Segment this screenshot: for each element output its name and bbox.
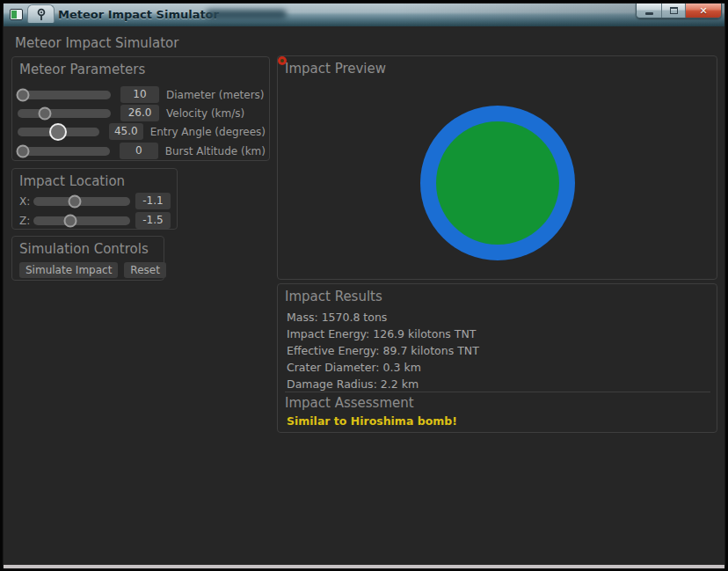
maximize-icon	[670, 7, 678, 14]
velocity-slider[interactable]	[18, 109, 111, 118]
results-divider	[285, 392, 710, 392]
window-controls: ✕	[636, 4, 722, 18]
titlebar[interactable]: Meteor Impact Simulator ✕	[4, 4, 724, 26]
entry-angle-slider-row: 45.0 Entry Angle (degrees)	[18, 123, 266, 140]
velocity-slider-handle[interactable]	[38, 106, 51, 120]
x-slider-row: X: -1.1	[19, 193, 173, 209]
x-slider[interactable]	[33, 197, 130, 206]
diameter-value: 10	[120, 86, 159, 103]
window-title: Meteor Impact Simulator	[58, 8, 219, 21]
redacted-text	[206, 10, 287, 19]
controls-button-row: Simulate Impact Reset	[19, 262, 166, 278]
effective-energy-result: Effective Energy: 89.7 kilotons TNT	[287, 342, 479, 359]
entry-angle-slider[interactable]	[18, 128, 99, 136]
simulation-controls-title: Simulation Controls	[19, 241, 149, 257]
entry-angle-slider-handle[interactable]	[49, 123, 67, 141]
burst-altitude-slider[interactable]	[18, 147, 110, 156]
damage-radius-result: Damage Radius: 2.2 km	[287, 376, 479, 392]
burst-altitude-slider-handle[interactable]	[17, 144, 30, 157]
minimize-button[interactable]	[637, 4, 662, 18]
app-window: Meteor Impact Simulator ✕ Meteor Impact …	[4, 4, 724, 568]
close-button[interactable]: ✕	[686, 4, 721, 18]
velocity-slider-row: 26.0 Velocity (km/s)	[18, 105, 266, 121]
land-circle	[436, 121, 559, 245]
entry-angle-label: Entry Angle (degrees)	[150, 126, 266, 138]
diameter-slider-row: 10 Diameter (meters)	[18, 86, 266, 103]
z-slider-row: Z: -1.5	[19, 212, 173, 229]
mass-result: Mass: 1570.8 tons	[287, 309, 479, 326]
burst-altitude-value: 0	[120, 143, 158, 159]
diameter-label: Diameter (meters)	[166, 89, 265, 101]
simulate-impact-button[interactable]: Simulate Impact	[19, 262, 118, 278]
z-slider-handle[interactable]	[63, 214, 76, 227]
impact-energy-result: Impact Energy: 126.9 kilotons TNT	[287, 326, 479, 342]
meteor-parameters-title: Meteor Parameters	[19, 62, 145, 77]
impact-location-title: Impact Location	[19, 173, 125, 189]
close-icon: ✕	[699, 6, 707, 16]
desktop-background: Meteor Impact Simulator ✕ Meteor Impact …	[0, 0, 728, 571]
x-value: -1.1	[135, 193, 171, 209]
z-slider[interactable]	[33, 216, 130, 225]
impact-results-title: Impact Results	[285, 289, 382, 304]
diameter-slider-handle[interactable]	[17, 88, 30, 101]
reset-button[interactable]: Reset	[124, 262, 166, 278]
z-axis-label: Z:	[19, 215, 33, 227]
impact-preview-title: Impact Preview	[285, 61, 386, 77]
x-axis-label: X:	[19, 195, 33, 208]
velocity-value: 26.0	[120, 105, 159, 121]
impact-location-panel: Impact Location X: -1.1 Z: -1.5	[11, 168, 178, 230]
pin-tab-button[interactable]	[27, 4, 55, 23]
entry-angle-value: 45.0	[109, 123, 143, 140]
z-value: -1.5	[135, 212, 171, 229]
results-lines: Mass: 1570.8 tons Impact Energy: 126.9 k…	[287, 309, 479, 392]
burst-altitude-slider-row: 0 Burst Altitude (km)	[18, 143, 266, 159]
simulation-controls-panel: Simulation Controls Simulate Impact Rese…	[11, 236, 164, 281]
maximize-button[interactable]	[662, 4, 686, 18]
impact-point-core	[280, 59, 284, 62]
burst-altitude-label: Burst Altitude (km)	[165, 145, 266, 157]
x-slider-handle[interactable]	[69, 194, 82, 208]
impact-assessment-title: Impact Assessment	[285, 395, 414, 411]
impact-assessment-message: Similar to Hiroshima bomb!	[287, 414, 457, 428]
impact-results-panel: Impact Results Mass: 1570.8 tons Impact …	[277, 283, 717, 433]
impact-preview-panel: Impact Preview	[277, 55, 717, 280]
minimize-icon	[645, 12, 653, 15]
velocity-label: Velocity (km/s)	[166, 107, 244, 120]
crater-diameter-result: Crater Diameter: 0.3 km	[287, 359, 479, 376]
diameter-slider[interactable]	[18, 91, 111, 99]
page-title: Meteor Impact Simulator	[15, 35, 178, 51]
meteor-parameters-panel: Meteor Parameters 10 Diameter (meters) 2…	[11, 56, 270, 161]
app-icon	[10, 9, 23, 20]
app-client-area: Meteor Impact Simulator Meteor Parameter…	[4, 26, 724, 565]
